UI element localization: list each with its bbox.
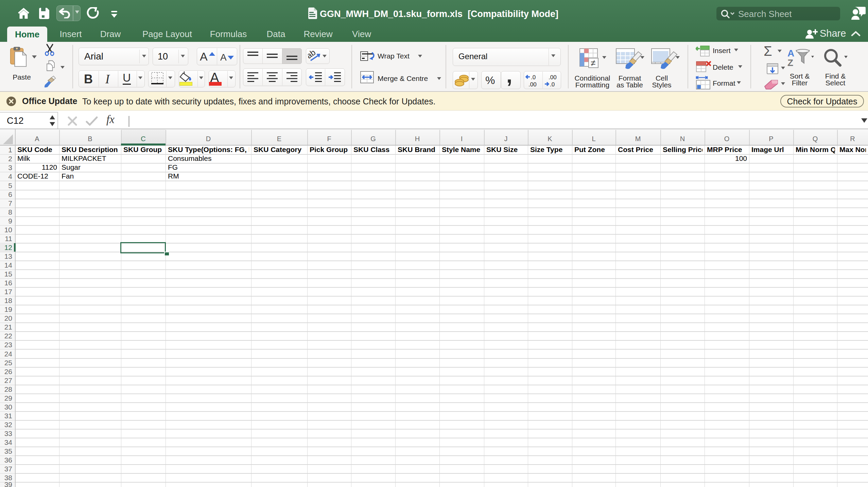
svg-text:.00: .00 [549,74,557,81]
svg-text:A: A [787,48,794,58]
svg-text:Z: Z [787,57,793,68]
svg-text:.0: .0 [550,81,555,88]
svg-text:.00: .00 [528,81,537,88]
svg-text:.0: .0 [531,74,536,81]
svg-text:≠: ≠ [591,58,595,68]
